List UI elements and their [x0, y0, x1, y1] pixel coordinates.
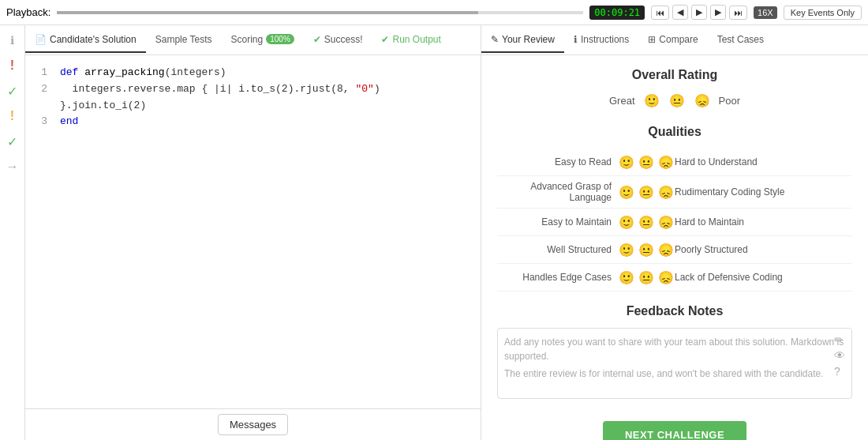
play-btn[interactable]: ▶ [691, 5, 707, 20]
quality-neutral-0[interactable]: 😐 [638, 153, 655, 171]
quality-right-label-4: Lack of Defensive Coding [675, 272, 785, 283]
next-challenge-btn[interactable]: NEXT CHALLENGE [603, 421, 746, 440]
key-events-label: Key Events Only [791, 8, 855, 17]
playback-label: Playback: [6, 6, 51, 18]
tab-compare[interactable]: ⊞ Compare [638, 28, 707, 53]
quality-left-0: Easy to Read 🙂 😐 😞 [497, 153, 675, 171]
code-line-3: 3 end [35, 114, 471, 130]
compare-tab-icon: ⊞ [648, 34, 656, 45]
left-bottom-bar: Messages [25, 408, 481, 440]
sidebar: ℹ ! ✓ ! ✓ → [0, 25, 25, 440]
quality-emojis-left-3: 🙂 😐 😞 [618, 241, 675, 258]
overall-neutral-btn[interactable]: 😐 [668, 92, 686, 109]
key-events-btn[interactable]: Key Events Only [784, 6, 862, 20]
quality-left-label-2: Easy to Maintain [501, 216, 612, 228]
next-btn-ctrl[interactable]: ▶ [710, 5, 726, 20]
code-text-3: end [60, 114, 78, 130]
prev-btn[interactable]: ◀ [672, 5, 688, 20]
qualities-section: Qualities Easy to Read 🙂 😐 😞 Hard to Und… [497, 125, 852, 291]
right-tabs: ✎ Your Review ℹ Instructions ⊞ Compare T… [481, 25, 868, 55]
quality-sad-2[interactable]: 😞 [657, 213, 675, 231]
topbar: Playback: 00:09:21 ⏮ ◀ ▶ ▶ ⏭ 16X Key Eve… [0, 0, 868, 25]
quality-right-4: Lack of Defensive Coding [675, 272, 852, 283]
time-badge: 00:09:21 [589, 6, 645, 20]
tab-your-review[interactable]: ✎ Your Review [481, 28, 564, 53]
sidebar-icon-check[interactable]: ✓ [4, 82, 21, 100]
tab-test-cases[interactable]: Test Cases [708, 28, 773, 53]
messages-label: Messages [230, 419, 276, 431]
quality-happy-3[interactable]: 🙂 [618, 241, 635, 258]
right-panel: ✎ Your Review ℹ Instructions ⊞ Compare T… [481, 25, 868, 440]
sidebar-icon-arrow[interactable]: → [4, 158, 21, 175]
quality-right-3: Poorly Structured [675, 244, 852, 255]
quality-right-1: Rudimentary Coding Style [675, 186, 852, 197]
tab-label-run: Run Output [392, 34, 440, 45]
quality-left-3: Well Structured 🙂 😐 😞 [497, 241, 675, 258]
run-icon: ✔ [381, 34, 389, 45]
quality-neutral-3[interactable]: 😐 [638, 241, 655, 258]
quality-row-1: Advanced Grasp of Language 🙂 😐 😞 Rudimen… [497, 176, 852, 209]
overall-rating-row: Great 🙂 😐 😞 Poor [497, 92, 852, 109]
tab-scoring[interactable]: Scoring 100% [222, 28, 304, 53]
quality-emojis-left-1: 🙂 😐 😞 [618, 183, 675, 201]
skip-start-btn[interactable]: ⏮ [651, 6, 669, 20]
quality-right-label-2: Hard to Maintain [675, 216, 785, 228]
qualities-title: Qualities [497, 125, 852, 139]
skip-end-btn[interactable]: ⏭ [729, 6, 747, 20]
quality-neutral-4[interactable]: 😐 [638, 269, 655, 286]
tab-sample-tests[interactable]: Sample Tests [146, 28, 222, 53]
quality-left-4: Handles Edge Cases 🙂 😐 😞 [497, 269, 675, 286]
quality-left-label-3: Well Structured [501, 244, 612, 255]
feedback-placeholder: Add any notes you want to share with you… [504, 335, 845, 363]
quality-emojis-left-2: 🙂 😐 😞 [618, 213, 675, 231]
code-text-2: integers.reverse.map { |i| i.to_s(2).rju… [60, 81, 471, 115]
quality-happy-0[interactable]: 🙂 [618, 153, 635, 171]
quality-happy-4[interactable]: 🙂 [618, 269, 635, 286]
code-editor: 1 def array_packing(integers) 2 integers… [25, 55, 481, 408]
quality-left-2: Easy to Maintain 🙂 😐 😞 [497, 213, 675, 231]
quality-right-2: Hard to Maintain [675, 216, 852, 228]
quality-neutral-1[interactable]: 😐 [638, 183, 655, 201]
tab-success[interactable]: ✔ Success! [304, 28, 372, 53]
line-num-1: 1 [35, 65, 47, 81]
overall-rating-section: Overall Rating Great 🙂 😐 😞 Poor [497, 68, 852, 109]
quality-neutral-2[interactable]: 😐 [638, 213, 655, 231]
overall-rating-title: Overall Rating [497, 68, 852, 82]
line-num-3: 3 [35, 114, 47, 130]
help-icon[interactable]: ? [834, 365, 845, 378]
review-content: Overall Rating Great 🙂 😐 😞 Poor Qualitie… [481, 55, 868, 412]
sidebar-icon-warning[interactable]: ! [4, 107, 21, 125]
quality-happy-2[interactable]: 🙂 [618, 213, 635, 231]
sidebar-icon-info[interactable]: ℹ [4, 32, 21, 49]
left-panel: 📄 Candidate's Solution Sample Tests Scor… [25, 25, 481, 440]
tab-label-success: Success! [324, 34, 363, 45]
sidebar-icon-error[interactable]: ! [4, 57, 21, 74]
feedback-box[interactable]: ✏ 👁 ? Add any notes you want to share wi… [497, 328, 852, 399]
left-tabs: 📄 Candidate's Solution Sample Tests Scor… [25, 25, 481, 55]
quality-sad-0[interactable]: 😞 [657, 153, 675, 171]
quality-emojis-left-0: 🙂 😐 😞 [618, 153, 675, 171]
quality-right-0: Hard to Understand [675, 156, 852, 167]
messages-btn[interactable]: Messages [218, 414, 288, 435]
edit-icon[interactable]: ✏ [834, 333, 845, 346]
quality-sad-3[interactable]: 😞 [657, 241, 675, 258]
code-line-1: 1 def array_packing(integers) [35, 65, 471, 81]
eye-icon[interactable]: 👁 [834, 349, 845, 362]
tab-instructions[interactable]: ℹ Instructions [564, 28, 638, 53]
tab-candidates-solution[interactable]: 📄 Candidate's Solution [25, 28, 146, 53]
overall-sad-btn[interactable]: 😞 [694, 92, 711, 109]
feedback-section: Feedback Notes ✏ 👁 ? Add any notes you w… [497, 304, 852, 399]
quality-happy-1[interactable]: 🙂 [618, 183, 635, 201]
playback-slider[interactable] [57, 11, 583, 14]
success-icon: ✔ [313, 34, 321, 45]
sidebar-icon-check2[interactable]: ✓ [4, 133, 21, 150]
test-cases-tab-label: Test Cases [717, 34, 764, 45]
tab-run-output[interactable]: ✔ Run Output [372, 28, 450, 53]
tab-label-scoring: Scoring [231, 34, 264, 45]
quality-sad-4[interactable]: 😞 [657, 269, 675, 286]
line-num-2: 2 [35, 81, 47, 115]
quality-left-1: Advanced Grasp of Language 🙂 😐 😞 [497, 181, 675, 203]
overall-happy-btn[interactable]: 🙂 [643, 92, 660, 109]
instructions-tab-label: Instructions [581, 34, 629, 45]
quality-sad-1[interactable]: 😞 [657, 183, 675, 201]
